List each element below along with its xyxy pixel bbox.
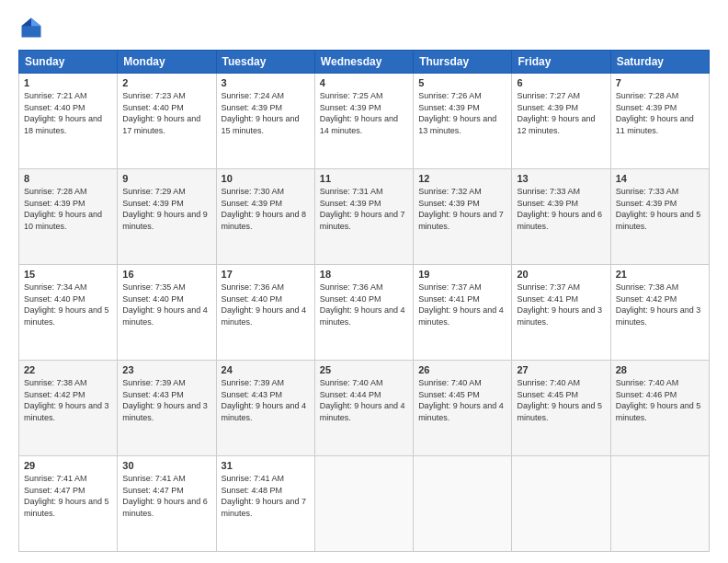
calendar-cell: 6Sunrise: 7:27 AMSunset: 4:39 PMDaylight… xyxy=(512,74,610,169)
calendar-cell: 22Sunrise: 7:38 AMSunset: 4:42 PMDayligh… xyxy=(19,361,118,456)
day-number: 27 xyxy=(517,364,605,375)
day-info: Sunrise: 7:38 AMSunset: 4:42 PMDaylight:… xyxy=(616,282,701,327)
day-info: Sunrise: 7:24 AMSunset: 4:39 PMDaylight:… xyxy=(222,91,300,135)
svg-marker-2 xyxy=(22,18,32,27)
day-info: Sunrise: 7:41 AMSunset: 4:47 PMDaylight:… xyxy=(24,474,109,518)
day-info: Sunrise: 7:40 AMSunset: 4:45 PMDaylight:… xyxy=(517,378,602,422)
day-number: 29 xyxy=(24,460,112,471)
day-header-wednesday: Wednesday xyxy=(314,51,413,74)
week-row-5: 29Sunrise: 7:41 AMSunset: 4:47 PMDayligh… xyxy=(19,456,710,552)
week-row-1: 1Sunrise: 7:21 AMSunset: 4:40 PMDaylight… xyxy=(19,74,710,169)
day-info: Sunrise: 7:37 AMSunset: 4:41 PMDaylight:… xyxy=(418,282,504,327)
calendar-table: SundayMondayTuesdayWednesdayThursdayFrid… xyxy=(18,50,710,552)
day-info: Sunrise: 7:33 AMSunset: 4:39 PMDaylight:… xyxy=(517,187,602,231)
day-info: Sunrise: 7:29 AMSunset: 4:39 PMDaylight:… xyxy=(122,187,208,231)
day-header-saturday: Saturday xyxy=(610,51,709,74)
day-info: Sunrise: 7:26 AMSunset: 4:39 PMDaylight:… xyxy=(418,91,496,135)
day-header-monday: Monday xyxy=(118,51,216,74)
calendar-cell: 19Sunrise: 7:37 AMSunset: 4:41 PMDayligh… xyxy=(414,265,512,361)
day-info: Sunrise: 7:41 AMSunset: 4:48 PMDaylight:… xyxy=(222,474,307,518)
calendar-cell xyxy=(314,456,413,552)
day-number: 8 xyxy=(24,173,112,184)
day-number: 14 xyxy=(616,173,704,184)
calendar-cell xyxy=(414,456,512,552)
day-number: 18 xyxy=(320,269,408,280)
day-info: Sunrise: 7:28 AMSunset: 4:39 PMDaylight:… xyxy=(24,187,102,231)
calendar-cell: 18Sunrise: 7:36 AMSunset: 4:40 PMDayligh… xyxy=(314,265,413,361)
calendar-cell: 20Sunrise: 7:37 AMSunset: 4:41 PMDayligh… xyxy=(512,265,610,361)
calendar-cell: 26Sunrise: 7:40 AMSunset: 4:45 PMDayligh… xyxy=(414,361,512,456)
calendar-cell: 7Sunrise: 7:28 AMSunset: 4:39 PMDaylight… xyxy=(610,74,709,169)
calendar-cell: 31Sunrise: 7:41 AMSunset: 4:48 PMDayligh… xyxy=(216,456,314,552)
calendar-cell: 2Sunrise: 7:23 AMSunset: 4:40 PMDaylight… xyxy=(118,74,216,169)
day-number: 22 xyxy=(24,364,112,375)
day-info: Sunrise: 7:23 AMSunset: 4:40 PMDaylight:… xyxy=(122,91,200,135)
day-info: Sunrise: 7:40 AMSunset: 4:45 PMDaylight:… xyxy=(418,378,504,422)
day-info: Sunrise: 7:30 AMSunset: 4:39 PMDaylight:… xyxy=(222,187,307,231)
day-number: 9 xyxy=(122,173,210,184)
day-number: 25 xyxy=(320,364,408,375)
day-header-tuesday: Tuesday xyxy=(216,51,314,74)
calendar-cell xyxy=(512,456,610,552)
day-number: 19 xyxy=(418,269,506,280)
day-number: 4 xyxy=(320,77,408,88)
day-number: 12 xyxy=(418,173,506,184)
day-number: 13 xyxy=(517,173,605,184)
day-info: Sunrise: 7:39 AMSunset: 4:43 PMDaylight:… xyxy=(222,378,307,422)
calendar-cell: 1Sunrise: 7:21 AMSunset: 4:40 PMDaylight… xyxy=(19,74,118,169)
header xyxy=(18,15,710,40)
calendar-cell: 30Sunrise: 7:41 AMSunset: 4:47 PMDayligh… xyxy=(118,456,216,552)
calendar-cell: 29Sunrise: 7:41 AMSunset: 4:47 PMDayligh… xyxy=(19,456,118,552)
day-number: 2 xyxy=(122,77,210,88)
day-number: 20 xyxy=(517,269,605,280)
day-info: Sunrise: 7:28 AMSunset: 4:39 PMDaylight:… xyxy=(616,91,694,135)
calendar-cell: 10Sunrise: 7:30 AMSunset: 4:39 PMDayligh… xyxy=(216,169,314,265)
day-number: 16 xyxy=(122,269,210,280)
day-info: Sunrise: 7:35 AMSunset: 4:40 PMDaylight:… xyxy=(122,282,208,327)
calendar-cell: 8Sunrise: 7:28 AMSunset: 4:39 PMDaylight… xyxy=(19,169,118,265)
day-number: 3 xyxy=(222,77,310,88)
day-number: 28 xyxy=(616,364,704,375)
calendar-cell: 9Sunrise: 7:29 AMSunset: 4:39 PMDaylight… xyxy=(118,169,216,265)
day-number: 30 xyxy=(122,460,210,471)
day-info: Sunrise: 7:33 AMSunset: 4:39 PMDaylight:… xyxy=(616,187,701,231)
day-header-friday: Friday xyxy=(512,51,610,74)
calendar-cell: 11Sunrise: 7:31 AMSunset: 4:39 PMDayligh… xyxy=(314,169,413,265)
day-info: Sunrise: 7:41 AMSunset: 4:47 PMDaylight:… xyxy=(122,474,208,518)
day-number: 7 xyxy=(616,77,704,88)
day-number: 1 xyxy=(24,77,112,88)
svg-marker-1 xyxy=(31,18,41,27)
day-info: Sunrise: 7:31 AMSunset: 4:39 PMDaylight:… xyxy=(320,187,405,231)
calendar-cell xyxy=(610,456,709,552)
day-number: 21 xyxy=(616,269,704,280)
day-header-sunday: Sunday xyxy=(19,51,118,74)
calendar-cell: 24Sunrise: 7:39 AMSunset: 4:43 PMDayligh… xyxy=(216,361,314,456)
day-info: Sunrise: 7:39 AMSunset: 4:43 PMDaylight:… xyxy=(122,378,208,422)
day-number: 5 xyxy=(418,77,506,88)
day-info: Sunrise: 7:32 AMSunset: 4:39 PMDaylight:… xyxy=(418,187,504,231)
calendar-cell: 13Sunrise: 7:33 AMSunset: 4:39 PMDayligh… xyxy=(512,169,610,265)
day-info: Sunrise: 7:37 AMSunset: 4:41 PMDaylight:… xyxy=(517,282,602,327)
day-info: Sunrise: 7:27 AMSunset: 4:39 PMDaylight:… xyxy=(517,91,595,135)
day-info: Sunrise: 7:36 AMSunset: 4:40 PMDaylight:… xyxy=(320,282,405,327)
day-number: 15 xyxy=(24,269,112,280)
calendar-cell: 17Sunrise: 7:36 AMSunset: 4:40 PMDayligh… xyxy=(216,265,314,361)
day-header-thursday: Thursday xyxy=(414,51,512,74)
calendar-cell: 16Sunrise: 7:35 AMSunset: 4:40 PMDayligh… xyxy=(118,265,216,361)
week-row-2: 8Sunrise: 7:28 AMSunset: 4:39 PMDaylight… xyxy=(19,169,710,265)
day-info: Sunrise: 7:38 AMSunset: 4:42 PMDaylight:… xyxy=(24,378,109,422)
week-row-4: 22Sunrise: 7:38 AMSunset: 4:42 PMDayligh… xyxy=(19,361,710,456)
calendar-cell: 14Sunrise: 7:33 AMSunset: 4:39 PMDayligh… xyxy=(610,169,709,265)
calendar-cell: 27Sunrise: 7:40 AMSunset: 4:45 PMDayligh… xyxy=(512,361,610,456)
day-number: 24 xyxy=(222,364,310,375)
day-info: Sunrise: 7:21 AMSunset: 4:40 PMDaylight:… xyxy=(24,91,102,135)
day-number: 26 xyxy=(418,364,506,375)
logo xyxy=(18,15,48,40)
calendar-cell: 4Sunrise: 7:25 AMSunset: 4:39 PMDaylight… xyxy=(314,74,413,169)
calendar-cell: 3Sunrise: 7:24 AMSunset: 4:39 PMDaylight… xyxy=(216,74,314,169)
day-info: Sunrise: 7:34 AMSunset: 4:40 PMDaylight:… xyxy=(24,282,109,327)
day-info: Sunrise: 7:40 AMSunset: 4:46 PMDaylight:… xyxy=(616,378,701,422)
day-number: 10 xyxy=(222,173,310,184)
day-info: Sunrise: 7:36 AMSunset: 4:40 PMDaylight:… xyxy=(222,282,307,327)
calendar-cell: 5Sunrise: 7:26 AMSunset: 4:39 PMDaylight… xyxy=(414,74,512,169)
